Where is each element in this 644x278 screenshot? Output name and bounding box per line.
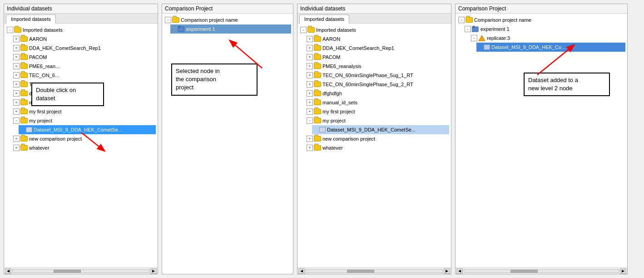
list-item[interactable]: + TEC_ON_6...: [12, 71, 156, 80]
expand-dda1[interactable]: +: [13, 45, 20, 51]
list-item[interactable]: - my project: [12, 116, 156, 125]
expand-pme1[interactable]: +: [13, 63, 20, 69]
list-item[interactable]: - my project: [306, 116, 449, 125]
list-item[interactable]: + TEC_ON_6...: [12, 80, 156, 89]
folder-manual3: [314, 100, 321, 105]
annotation-selected-text: Selected node inthe comparisonproject: [176, 68, 220, 91]
list-item[interactable]: + PME6_reanalysis: [306, 62, 449, 71]
scroll-right-1[interactable]: ▶: [150, 268, 157, 274]
comp2-root[interactable]: - Comparison project name: [457, 15, 625, 24]
tab-imported-datasets-2[interactable]: Imported datasets: [299, 15, 349, 24]
expand-dfgh3[interactable]: +: [307, 90, 313, 97]
list-item[interactable]: + my first project: [306, 107, 449, 116]
expand-firstproj1[interactable]: +: [13, 108, 20, 115]
comp1-root[interactable]: - Comparison project name: [164, 15, 291, 24]
scroll-right-3[interactable]: ▶: [444, 268, 450, 274]
comp2-title: Comparison Project: [456, 4, 627, 14]
list-item[interactable]: + manual_id_sets: [306, 98, 449, 107]
expand-tec3a[interactable]: +: [307, 72, 313, 78]
dataset-row-selected-1[interactable]: Dataset_MSI_9_DDA_HEK_CometSe...: [19, 125, 156, 134]
replicate-node-2[interactable]: - replicate:3: [470, 34, 625, 43]
expand-pacom1[interactable]: +: [13, 54, 20, 60]
scroll-track-3[interactable]: [306, 269, 443, 273]
arrow-selected: [217, 36, 271, 73]
folder-tec1: [20, 73, 28, 78]
expand-myproj1[interactable]: -: [13, 117, 20, 124]
list-item[interactable]: + AARON: [12, 34, 156, 44]
expand-newcomp1[interactable]: +: [13, 136, 20, 142]
expand-root3[interactable]: -: [300, 27, 307, 33]
expand-tec1[interactable]: +: [13, 72, 20, 78]
list-item[interactable]: + manual_id_sets: [12, 98, 156, 107]
list-item[interactable]: + PACOM: [306, 53, 449, 62]
list-item[interactable]: + new comparison project: [12, 134, 156, 143]
expand-aaron3[interactable]: +: [307, 36, 313, 42]
scroll-left-4[interactable]: ◀: [456, 268, 463, 274]
list-item[interactable]: + new comparison project: [306, 134, 449, 143]
tab-imported-datasets-1[interactable]: Imported datasets: [6, 15, 56, 24]
scroll-thumb-3[interactable]: [347, 270, 374, 273]
experiment-icon-2: [472, 26, 479, 32]
list-item[interactable]: + DDA_HEK_CometSearch_Rep1: [306, 44, 449, 53]
expand-myproj3[interactable]: -: [307, 117, 313, 124]
expand-tec2[interactable]: +: [13, 81, 20, 88]
scroll-track-1[interactable]: [12, 269, 149, 273]
expand-tec3b[interactable]: +: [307, 81, 313, 88]
label-manual3: manual_id_sets: [322, 98, 357, 107]
dataset-node-selected-2[interactable]: Dataset_MSI_9_DDA_HEK_Co...: [476, 43, 625, 52]
scrollbar-1[interactable]: ◀ ▶: [4, 268, 158, 274]
label-myproj3: my project: [322, 117, 346, 125]
list-item[interactable]: + TEC_ON_60minSinglePhase_5ug_2_RT: [306, 80, 449, 89]
experiment-node-2[interactable]: - experiment 1: [464, 24, 625, 34]
scroll-right-4[interactable]: ▶: [620, 268, 626, 274]
folder-dfgh1: [20, 91, 28, 96]
list-item[interactable]: + whatever: [12, 143, 156, 152]
comp1-root-folder: [172, 17, 179, 23]
dataset-row-3[interactable]: Dataset_MSI_9_DDA_HEK_CometSe...: [312, 125, 449, 134]
panel3-tree[interactable]: - Imported datasets + AARON + DDA_HEK_Co…: [297, 24, 451, 268]
expand-pacom3[interactable]: +: [307, 54, 313, 60]
tree-root-1[interactable]: - Imported datasets: [6, 25, 156, 34]
scroll-track-4[interactable]: [464, 269, 619, 273]
scroll-thumb-4[interactable]: [510, 270, 538, 273]
expand-manual3[interactable]: +: [307, 99, 313, 106]
expand-icon-root1[interactable]: -: [7, 27, 13, 33]
list-item[interactable]: + dfghdfgh: [306, 89, 449, 98]
scrollbar-4[interactable]: ◀ ▶: [456, 268, 627, 274]
expand-firstproj3[interactable]: +: [307, 108, 313, 115]
panel1-tree[interactable]: - Imported datasets + AARON + DDA_HEK_Co…: [4, 24, 158, 268]
annotation-selected-node: Selected node inthe comparisonproject: [171, 63, 258, 96]
expand-whatever1[interactable]: +: [13, 145, 20, 151]
scroll-thumb-1[interactable]: [54, 270, 81, 273]
list-item[interactable]: + whatever: [306, 143, 449, 152]
expand-newcomp3[interactable]: +: [307, 136, 313, 142]
experiment-node-selected-1[interactable]: experiment 1: [170, 24, 291, 34]
folder-pacom3: [314, 54, 321, 60]
list-item[interactable]: + TEC_ON_60minSinglePhase_5ug_1_RT: [306, 71, 449, 80]
list-item[interactable]: + my first project: [12, 107, 156, 116]
comp1-root-expand[interactable]: -: [165, 17, 171, 23]
list-item[interactable]: + PME6_rean...: [12, 62, 156, 71]
label-tec2: TEC_ON_6...: [29, 80, 59, 88]
expand-whatever3[interactable]: +: [307, 145, 313, 151]
scroll-left-3[interactable]: ◀: [298, 268, 305, 274]
tree-root-3[interactable]: - Imported datasets: [299, 25, 449, 34]
expand-manual1[interactable]: +: [13, 99, 20, 106]
comp2-root-expand[interactable]: -: [458, 17, 465, 23]
scrollbar-3[interactable]: ◀ ▶: [297, 268, 451, 274]
rep2-expand[interactable]: -: [471, 35, 477, 41]
exp2-expand[interactable]: -: [465, 26, 471, 32]
expand-dfgh1[interactable]: +: [13, 90, 20, 97]
comp2-exp-row: - experiment 1 - replicate:3: [464, 24, 625, 52]
label-dfgh1: dfghdfgh: [29, 89, 49, 98]
comp1-tree[interactable]: - Comparison project name experiment 1 S…: [162, 14, 293, 274]
expand-dda3[interactable]: +: [307, 45, 313, 51]
list-item[interactable]: + PACOM: [12, 53, 156, 62]
expand-pme3[interactable]: +: [307, 63, 313, 69]
list-item[interactable]: + AARON: [306, 34, 449, 44]
list-item[interactable]: + dfghdfgh: [12, 89, 156, 98]
list-item[interactable]: + DDA_HEK_CometSearch_Rep1: [12, 44, 156, 53]
comp2-tree[interactable]: - Comparison project name - experiment 1…: [456, 14, 627, 268]
scroll-left-1[interactable]: ◀: [5, 268, 11, 274]
expand-aaron-1[interactable]: +: [13, 36, 20, 42]
